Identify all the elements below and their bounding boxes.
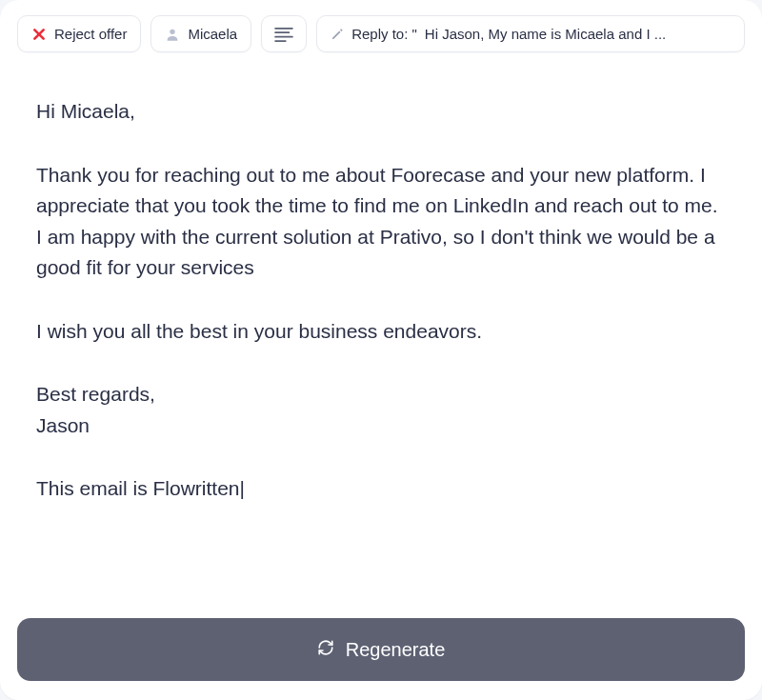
email-paragraph-2: I wish you all the best in your business… [36, 316, 726, 348]
align-button[interactable] [261, 15, 307, 52]
person-label: Micaela [188, 26, 237, 42]
compose-card: Reject offer Micaela Reply to: " Hi Jaso… [0, 0, 762, 700]
regenerate-label: Regenerate [346, 639, 446, 661]
email-paragraph-1: Thank you for reaching out to me about F… [36, 160, 726, 284]
reply-to-prefix: Reply to: " [351, 26, 417, 42]
svg-point-2 [170, 29, 175, 33]
email-signoff: Best regards, [36, 379, 726, 410]
reject-offer-label: Reject offer [54, 26, 127, 42]
person-chip[interactable]: Micaela [150, 15, 251, 52]
pencil-icon [331, 28, 344, 41]
reject-offer-button[interactable]: Reject offer [17, 15, 141, 52]
refresh-icon [317, 639, 334, 661]
email-greeting: Hi Micaela, [36, 96, 726, 128]
align-left-icon [273, 27, 294, 42]
reply-to-snippet: Hi Jason, My name is Micaela and I ... [425, 26, 666, 42]
regenerate-button[interactable]: Regenerate [17, 618, 745, 681]
close-x-icon [31, 27, 47, 42]
email-footer: This email is Flowritten [36, 473, 726, 505]
person-icon [165, 27, 180, 42]
toolbar: Reject offer Micaela Reply to: " Hi Jaso… [17, 15, 745, 52]
email-signer: Jason [36, 410, 726, 442]
email-body[interactable]: Hi Micaela, Thank you for reaching out t… [17, 70, 745, 618]
reply-to-field[interactable]: Reply to: " Hi Jason, My name is Micaela… [316, 15, 745, 52]
